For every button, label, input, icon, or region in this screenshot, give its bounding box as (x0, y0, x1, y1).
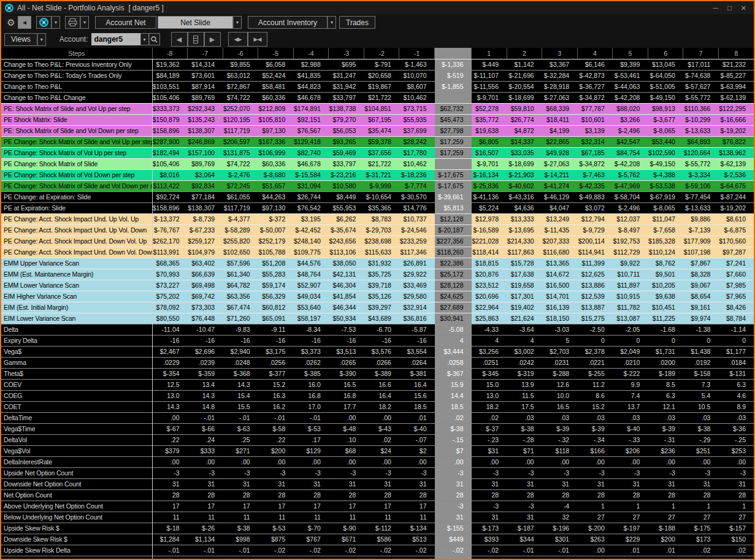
cell[interactable]: $-36,727 (577, 81, 613, 92)
cell[interactable]: -1.68 (648, 324, 683, 335)
cell[interactable]: 14.3 (152, 401, 188, 412)
row-label[interactable]: PE Change: Acct. Shock Impact Und. Up Vo… (1, 213, 152, 224)
cell[interactable]: $31,247 (329, 70, 364, 81)
cell[interactable]: $8,016 (152, 169, 188, 180)
cell[interactable]: $671 (329, 534, 364, 545)
cell[interactable]: $393 (472, 534, 507, 545)
cell[interactable]: $-38 (507, 423, 542, 434)
cell[interactable]: $44,263 (258, 191, 294, 202)
cell[interactable]: $135,243 (188, 114, 223, 125)
cell[interactable]: $-19,202 (718, 125, 754, 136)
cell[interactable]: 31 (435, 478, 472, 489)
cell[interactable]: $73,715 (399, 103, 435, 114)
cell[interactable]: $9,067 (683, 280, 719, 291)
cell[interactable]: $-8,739 (188, 213, 223, 224)
cell[interactable]: $69,498 (188, 280, 223, 291)
cell[interactable]: $1,142 (507, 59, 542, 70)
cell[interactable]: $-390 (329, 368, 364, 379)
cell[interactable]: 28 (293, 489, 329, 501)
cell[interactable]: 1 (683, 501, 719, 512)
cell[interactable]: 17.0 (293, 401, 329, 412)
cell[interactable]: $57,596 (223, 258, 258, 269)
cell[interactable]: $27,689 (435, 302, 472, 313)
cell[interactable]: $-188 (648, 523, 683, 534)
cell[interactable]: 17 (188, 501, 223, 512)
cell[interactable]: -3 (188, 467, 223, 478)
cell[interactable]: $212,809 (258, 103, 294, 114)
cell[interactable]: $-18,699 (507, 92, 542, 103)
cell[interactable]: $56,053 (329, 125, 364, 136)
cell[interactable]: .0210 (613, 357, 648, 368)
cell[interactable]: $-39 (577, 423, 613, 434)
cell[interactable]: $33,797 (329, 92, 364, 103)
cell[interactable]: -3 (223, 467, 258, 478)
cell[interactable]: $255,820 (223, 236, 258, 247)
cell[interactable]: $1,177 (718, 346, 754, 357)
row-label[interactable]: PE: Shock Matrix of Slide and Vol Down p… (1, 125, 152, 136)
cell[interactable]: $-175 (683, 523, 719, 534)
cell[interactable]: $13,087 (613, 313, 648, 324)
cell[interactable]: $-27,063 (542, 92, 578, 103)
cell[interactable]: $2,940 (223, 346, 258, 357)
cell[interactable]: 0 (648, 335, 683, 346)
cell[interactable]: $192,753 (613, 236, 648, 247)
cell[interactable]: $3,064 (188, 169, 223, 180)
cell[interactable]: .25 (223, 434, 258, 445)
cell[interactable]: $-53,461 (613, 70, 648, 81)
cell[interactable]: .00 (472, 456, 507, 467)
cell[interactable]: $-49,883 (577, 191, 613, 202)
cell[interactable]: $-46,129 (542, 191, 578, 202)
cell[interactable]: $31 (472, 445, 507, 456)
cell[interactable]: 15.2 (258, 379, 294, 390)
cell[interactable]: $-3,677 (648, 114, 683, 125)
cell[interactable]: -.02 (399, 545, 435, 556)
cell[interactable]: 31 (683, 478, 719, 489)
cell[interactable]: $26,891 (399, 258, 435, 269)
cell[interactable]: $5,224 (472, 202, 507, 213)
cell[interactable]: -.02 (329, 545, 364, 556)
cell[interactable]: $2,988 (293, 59, 329, 70)
cell[interactable]: $-50,007 (258, 224, 294, 236)
cell[interactable]: 16.4 (399, 379, 435, 390)
cell[interactable]: $76,822 (718, 136, 754, 147)
account-dropdown[interactable]: ▾ (140, 33, 149, 45)
cell[interactable]: $138,307 (188, 202, 223, 213)
cell[interactable]: $3,139 (577, 125, 613, 136)
cell[interactable]: $49,034 (293, 291, 329, 302)
cell[interactable]: .03 (542, 412, 578, 423)
cell[interactable]: $-17,675 (435, 180, 472, 191)
cell[interactable]: $-13,633 (683, 202, 719, 213)
cell[interactable]: 14.3 (188, 390, 223, 401)
cell[interactable]: $-385 (293, 368, 329, 379)
cell[interactable]: $26,744 (293, 191, 329, 202)
cell[interactable]: $9,638 (648, 291, 683, 302)
cell[interactable]: $10,070 (399, 70, 435, 81)
cell[interactable]: 16.4 (364, 390, 399, 401)
cell[interactable]: $88,020 (613, 103, 648, 114)
record-view-button[interactable] (188, 32, 204, 47)
cell[interactable]: $767 (293, 534, 329, 545)
cell[interactable]: $25,172 (435, 269, 472, 280)
cell[interactable]: $67,185 (577, 147, 613, 158)
cell[interactable]: $-42,208 (613, 158, 648, 169)
cell[interactable]: $106,999 (258, 147, 294, 158)
cell[interactable]: $105,788 (258, 247, 294, 258)
cell[interactable]: $112,729 (613, 247, 648, 258)
cell[interactable]: -.10 (293, 556, 329, 559)
cell[interactable]: -2.05 (613, 324, 648, 335)
cell[interactable]: .00 (577, 456, 613, 467)
cell[interactable]: $58,481 (258, 81, 294, 92)
cell[interactable]: $238,698 (364, 236, 399, 247)
cell[interactable]: -3 (435, 467, 472, 478)
cell[interactable]: $246,869 (188, 136, 223, 147)
cell[interactable]: .0184 (718, 357, 754, 368)
cell[interactable]: $167,336 (258, 136, 294, 147)
cell[interactable]: $-26 (188, 523, 223, 534)
cell[interactable]: $-7,463 (577, 169, 613, 180)
cell[interactable]: 15.4 (223, 390, 258, 401)
cell[interactable]: 0 (577, 335, 613, 346)
cell[interactable]: $117,719 (223, 125, 258, 136)
cell[interactable]: $-2,536 (718, 169, 754, 180)
cell[interactable]: $262,170 (152, 236, 188, 247)
cell[interactable]: -.03 (683, 556, 719, 559)
